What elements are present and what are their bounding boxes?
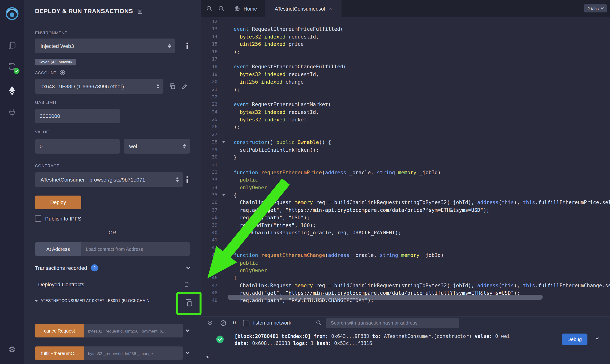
file-explorer-icon[interactable] [0,37,24,54]
code-viewport[interactable]: 1213 event RequestEthereumPriceFulfilled… [201,17,610,316]
contract-info-icon[interactable] [185,176,190,183]
code-line[interactable]: 46 { [201,274,610,282]
expand-terminal-icon[interactable] [207,320,213,327]
clear-console-icon[interactable] [220,320,227,327]
listen-on-network-checkbox[interactable] [243,320,249,326]
code-line[interactable]: 31 [201,161,610,169]
transactions-chevron-icon[interactable] [186,265,191,269]
gas-limit-input[interactable] [35,109,120,123]
publish-ipfs-label: Publish to IPFS [45,216,81,221]
code-line[interactable]: 15 uint256 indexed price [201,40,610,48]
value-input[interactable] [35,139,120,153]
add-account-icon[interactable] [60,69,66,75]
fulfill-expand-chevron-icon[interactable] [186,351,189,354]
code-line[interactable]: 41 } [201,236,610,244]
deploy-button[interactable]: Deploy [35,196,81,209]
fulfillethereumchange-params-input[interactable] [84,346,183,360]
clear-deployed-trash-icon[interactable] [183,281,190,288]
remix-logo-icon[interactable] [4,5,20,22]
panel-title-row: DEPLOY & RUN TRANSACTIONS [35,8,190,15]
fold-caret-icon[interactable] [222,141,225,143]
code-line[interactable]: 25 bytes32 indexed market [201,116,610,123]
code-line[interactable]: 42 [201,244,610,251]
tabs-count-dropdown[interactable]: 2 tabs [584,4,607,13]
code-line[interactable]: 39 req.addInt("times", 100); [201,221,610,229]
terminal-log-entry[interactable]: [block:20780401 txIndex:0] from: 0x643..… [201,330,610,354]
close-tab-icon[interactable]: × [329,6,332,12]
code-line[interactable]: 14 bytes32 indexed requestId, [201,33,610,40]
cancelrequest-expand-chevron-icon[interactable] [186,328,189,332]
tab-atestnetconsumer[interactable]: ATestnetConsumer.sol × [265,0,341,17]
terminal-log-line: [block:20780401 txIndex:0] from: 0x643..… [235,333,510,340]
value-unit-select[interactable]: wei [124,139,190,154]
code-line[interactable]: 17 [201,56,610,63]
code-line[interactable]: 37 req.add("get", "https://min-api.crypt… [201,207,610,214]
code-line[interactable]: 19 bytes32 indexed requestId, [201,71,610,78]
line-number: 25 [201,116,220,123]
code-line[interactable]: 29 setPublicChainlinkToken(); [201,146,610,154]
function-row-fulfillethereumchange: fulfillEthereumC... [35,346,190,360]
code-line[interactable]: 33 public [201,176,610,184]
code-line[interactable]: 27 [201,131,610,139]
docs-icon[interactable] [137,8,143,14]
code-line[interactable]: 22 [201,93,610,101]
code-line[interactable]: 47 Chainlink.Request memory req = buildC… [201,282,610,289]
terminal-search-input[interactable] [326,318,459,328]
cancelrequest-params-input[interactable] [84,324,183,338]
code-line[interactable]: 24 bytes32 indexed requestId, [201,108,610,116]
contract-select[interactable]: ATestnetConsumer - browser/gists/9b71e07… [35,172,183,187]
code-line[interactable]: 20 int256 indexed change [201,78,610,86]
settings-gear-icon[interactable]: ⚙ [0,340,24,358]
at-address-row: At Address [35,242,190,256]
horizontal-scrollbar[interactable] [228,295,543,300]
deploy-run-icon[interactable] [0,82,24,100]
deployed-contracts-label: Deployed Contracts [38,282,84,287]
contract-instance-header[interactable]: ATESTNETCONSUMER AT 0X7E7...E80D1 (BLOCK… [35,299,190,303]
code-line[interactable]: 30 } [201,154,610,161]
code-line[interactable]: 12 [201,18,610,25]
code-line[interactable]: 35 { [201,191,610,199]
code-line[interactable]: 21 ); [201,86,610,93]
code-line[interactable]: 16 ); [201,48,610,56]
code-line[interactable]: 44 public [201,259,610,267]
code-line[interactable]: 18 event RequestEthereumChangeFulfilled( [201,63,610,71]
instance-expand-chevron-icon[interactable] [35,299,38,302]
at-address-button[interactable]: At Address [35,242,81,256]
line-number: 16 [201,48,220,56]
zoom-out-icon[interactable] [206,5,213,12]
code-line[interactable]: 13 event RequestEthereumPriceFulfilled( [201,25,610,33]
debug-button[interactable]: Debug [562,334,587,345]
code-line[interactable]: 45 onlyOwner [201,267,610,274]
cancelrequest-button[interactable]: cancelRequest [35,324,84,338]
code-line[interactable]: 43 function requestEthereumChange(addres… [201,251,610,259]
line-number: 15 [201,40,220,48]
fulfillethereumchange-button[interactable]: fulfillEthereumC... [35,346,84,360]
select-caret-icon [176,177,179,182]
copy-instance-address-icon[interactable] [183,297,195,309]
code-line[interactable]: 26 ); [201,124,610,131]
at-address-input[interactable] [81,242,190,256]
terminal-prompt[interactable]: > [206,354,209,360]
environment-value: Injected Web3 [40,43,166,49]
code-line[interactable]: 36 Chainlink.Request memory req = buildC… [201,199,610,207]
zoom-in-icon[interactable] [218,5,225,12]
log-expand-chevron-icon[interactable] [596,336,599,339]
code-line[interactable]: 38 req.add("path", "USD"); [201,214,610,221]
copy-account-icon[interactable] [169,83,176,90]
code-line[interactable]: 40 sendChainlinkRequestTo(_oracle, req, … [201,229,610,236]
code-line[interactable]: 34 onlyOwner [201,184,610,191]
code-line[interactable]: 32 function requestEthereumPrice(address… [201,169,610,176]
fold-caret-icon[interactable] [222,194,225,196]
solidity-compiler-icon[interactable] [0,58,24,75]
environment-select[interactable]: Injected Web3 [35,39,175,53]
sign-message-pencil-icon[interactable] [181,83,188,90]
account-select[interactable]: 0x643...9F88D (1.666673996 ether) [35,79,163,94]
code-line[interactable]: 28 constructor() public Ownable() { [201,139,610,146]
publish-ipfs-checkbox[interactable] [35,215,41,221]
tab-home[interactable]: Home [234,5,257,12]
code-line[interactable]: 23 event RequestEthereumLastMarket( [201,101,610,108]
environment-info-icon[interactable] [185,42,190,49]
instance-title: ATESTNETCONSUMER AT 0X7E7...E80D1 (BLOCK… [40,299,175,303]
listen-on-network-label: listen on network [253,320,291,326]
plugin-manager-icon[interactable] [0,104,24,122]
